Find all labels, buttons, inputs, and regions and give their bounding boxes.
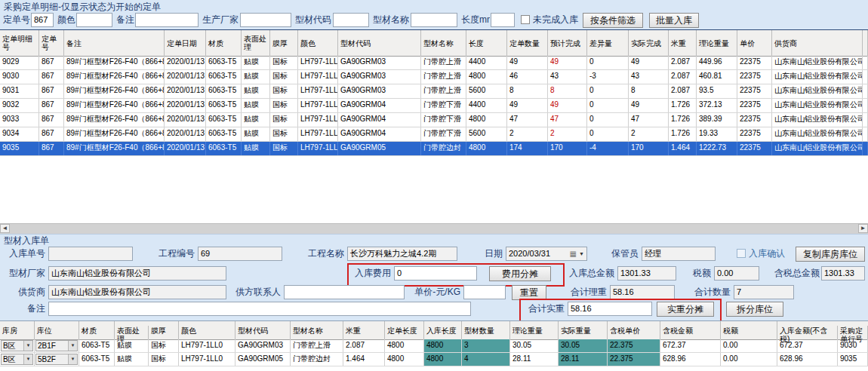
filter-input[interactable] — [411, 13, 457, 27]
location-combo[interactable]: 5B2F▼ — [35, 354, 78, 365]
total-with-tax-label: 含税总金额 — [771, 266, 820, 281]
inbound-total-field[interactable]: 1301.33 — [617, 266, 676, 281]
cell: LH797-1LL0 — [298, 113, 338, 127]
remark-field[interactable] — [48, 302, 471, 316]
cell: GA90GRM04 — [338, 113, 421, 127]
column-header: 实际重量 — [559, 321, 608, 339]
cell[interactable]: B区▼ — [0, 353, 35, 366]
fee-allocate-button[interactable]: 费用分摊 — [489, 266, 551, 281]
copy-warehouse-location-button[interactable]: 复制库房库位 — [796, 247, 865, 262]
keeper-field[interactable]: 经理 — [642, 247, 716, 261]
chevron-down-icon[interactable]: ▼ — [23, 354, 32, 364]
table-row[interactable]: 903286789#门框型材F26-F40（866+867）2020/01/13… — [0, 99, 868, 113]
cell: 49 — [548, 56, 587, 69]
supplier-contact-field[interactable] — [284, 285, 405, 299]
project-name-field[interactable]: 长沙万科魅力之城4.2期 — [347, 247, 457, 261]
cell: 门带腔上滑 — [421, 56, 466, 69]
cell: 22375 — [737, 56, 772, 69]
filter-label: 型材名称 — [373, 13, 409, 27]
warehouse-combo[interactable]: B区▼ — [1, 340, 33, 351]
cell: 2 — [507, 127, 548, 141]
total-theoretical-weight-field[interactable]: 58.16 — [610, 285, 675, 299]
cell: 0 — [587, 113, 629, 127]
table-row[interactable]: 903486789#门框型材F26-F40（866+867）2020/01/13… — [0, 127, 868, 142]
cell: 30.05 — [559, 339, 608, 352]
cell: 170 — [629, 142, 669, 155]
table-row[interactable]: 902986789#门框型材F26-F40（866+867）2020/01/13… — [0, 56, 868, 70]
profile-maker-field[interactable]: 山东南山铝业股份有限公司 — [48, 266, 226, 281]
split-location-button[interactable]: 拆分库位 — [726, 302, 783, 317]
supplier-contact-label: 供方联系人 — [234, 285, 281, 299]
chevron-down-icon[interactable]: ▼ — [68, 341, 77, 351]
chevron-down-icon[interactable]: ▼ — [579, 247, 584, 260]
total-with-tax-field[interactable]: 1301.33 — [821, 266, 865, 281]
cell[interactable]: B区▼ — [0, 339, 35, 352]
unit-price-field[interactable] — [463, 285, 506, 299]
filter-input[interactable] — [491, 13, 515, 27]
scroll-right-icon[interactable]: ► — [858, 224, 868, 233]
chevron-down-icon[interactable]: ▼ — [23, 341, 32, 351]
cell: 170 — [548, 142, 587, 155]
cell: 贴膜 — [115, 353, 149, 366]
filter-input[interactable] — [135, 13, 199, 27]
table-row[interactable]: 903386789#门框型材F26-F40（866+867）2020/01/13… — [0, 113, 868, 127]
date-picker[interactable]: 2020/03/31 ▦ ▼ — [506, 247, 587, 261]
chevron-down-icon[interactable]: ▼ — [68, 354, 77, 364]
location-combo[interactable]: 2B1F▼ — [35, 340, 78, 351]
combo-value: B区 — [2, 341, 23, 351]
total-actual-weight-field[interactable]: 58.16 — [568, 302, 652, 316]
table-row[interactable]: 903186789#门框型材F26-F40（866+867）2020/01/13… — [0, 84, 868, 99]
cell: 22375 — [737, 99, 772, 112]
tax-field[interactable]: 0.00 — [714, 266, 759, 281]
cell[interactable]: 2B1F▼ — [35, 339, 79, 352]
cell: 9030 — [838, 339, 868, 352]
cell: 22.375 — [608, 339, 660, 352]
table-row[interactable]: B区▼2B1F▼6063-T5贴膜国标LH797-1LL0GA90GRM03门带… — [0, 339, 868, 353]
total-theoretical-weight-label: 合计理重 — [568, 285, 607, 299]
scroll-left-icon[interactable]: ◄ — [0, 224, 10, 233]
reset-button[interactable]: 重置 — [512, 285, 546, 300]
cell: 0.00 — [721, 353, 777, 366]
filter-by-condition-button[interactable]: 按条件筛选 — [583, 13, 643, 28]
cell — [863, 84, 868, 98]
table-row[interactable]: 903086789#门框型材F26-F40（866+867）2020/01/13… — [0, 70, 868, 84]
column-header: 入库长度 — [424, 321, 462, 339]
cell: 89#门框型材F26-F40（866+867） — [64, 127, 165, 141]
inbound-no-field[interactable] — [48, 247, 133, 261]
column-header: 定单数量 — [507, 30, 548, 56]
cell — [863, 142, 868, 155]
unfinished-checkbox[interactable] — [521, 15, 530, 24]
cell: 贴膜 — [242, 142, 270, 155]
column-header: 备注 — [64, 30, 165, 56]
cell — [863, 70, 868, 84]
project-no-field[interactable]: 69 — [198, 247, 282, 261]
tax-label: 税额 — [691, 266, 711, 281]
table-row[interactable]: B区▼5B2F▼6063-T5贴膜国标LH797-1LL0GA90GRM05门带… — [0, 353, 868, 366]
cell: 9030 — [0, 70, 39, 84]
cell: 389.39 — [697, 113, 737, 127]
filter-input[interactable] — [240, 13, 291, 27]
filter-label: 生产厂家 — [202, 13, 239, 27]
batch-inbound-button[interactable]: 批量入库 — [649, 13, 699, 28]
warehouse-combo[interactable]: B区▼ — [1, 354, 33, 365]
cell: 贴膜 — [242, 99, 270, 112]
inbound-fee-field[interactable]: 0 — [394, 266, 477, 281]
table-row[interactable]: 903586789#门框型材F26-F40（866+867）2020/01/13… — [0, 142, 868, 156]
cell: 2020/01/13 — [165, 142, 206, 155]
inbound-confirm-checkbox[interactable] — [737, 249, 746, 258]
cell: 9035 — [838, 353, 868, 366]
cell: 山东南山铝业股份有限公司 — [772, 84, 863, 98]
cell: 国标 — [270, 84, 298, 98]
horizontal-scrollbar[interactable]: ◄ ► — [0, 223, 868, 234]
cell: 国标 — [149, 353, 179, 366]
filter-input[interactable] — [333, 13, 369, 27]
supplier-field[interactable]: 山东南山铝业股份有限公司 — [48, 285, 226, 299]
supplier-label: 供货商 — [9, 285, 45, 299]
cell: 47 — [507, 113, 548, 127]
actual-weight-allocate-button[interactable]: 实重分摊 — [657, 302, 714, 317]
filter-input[interactable]: 867 — [31, 13, 54, 27]
cell: 门带腔边封 — [291, 353, 343, 366]
filter-input[interactable] — [76, 13, 112, 27]
cell[interactable]: 5B2F▼ — [35, 353, 79, 366]
total-qty-field[interactable]: 7 — [734, 285, 794, 299]
